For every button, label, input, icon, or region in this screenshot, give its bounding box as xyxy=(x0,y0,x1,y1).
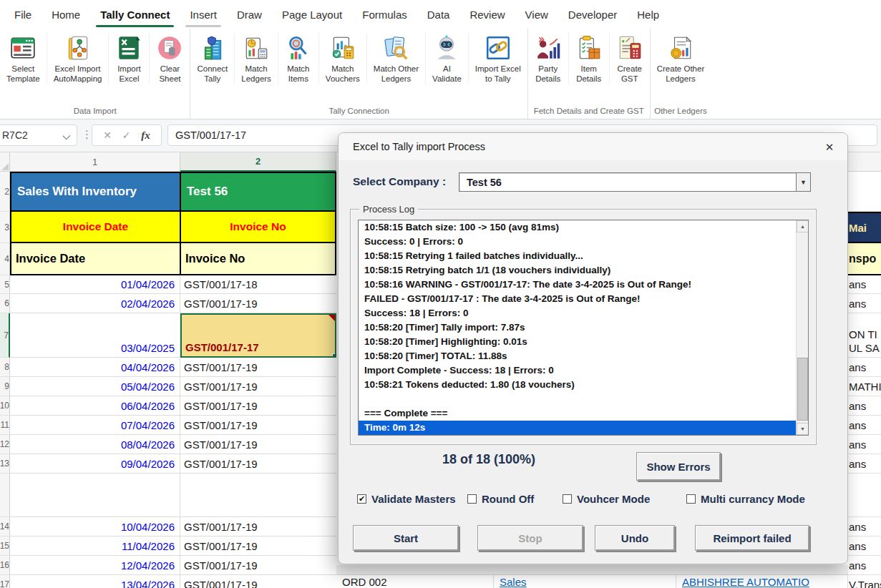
cell-partial[interactable]: ans xyxy=(848,517,881,536)
undo-button[interactable]: Undo xyxy=(595,525,675,551)
create-other-ledgers-button[interactable]: Create OtherLedgers xyxy=(651,33,711,84)
column-header-2[interactable]: 2 xyxy=(180,152,336,172)
validate-masters-checkbox[interactable]: ✔ Validate Masters xyxy=(357,493,456,505)
fill-handle[interactable] xyxy=(332,353,336,358)
reimport-failed-button[interactable]: Reimport failed xyxy=(695,525,809,551)
column-header-1[interactable]: 1 xyxy=(10,152,180,172)
invoice-cell[interactable]: GST/001/17-19 xyxy=(180,575,336,588)
invoice-cell[interactable]: GST/001/17-19 xyxy=(180,556,336,575)
start-button[interactable]: Start xyxy=(353,525,459,551)
tab-insert[interactable]: Insert xyxy=(180,0,227,29)
log-line[interactable]: 10:58:15 Retrying 1 failed batches indiv… xyxy=(359,249,796,263)
row-header[interactable]: 7 xyxy=(0,313,10,358)
date-cell[interactable]: 02/04/2026 xyxy=(10,294,180,313)
row-header[interactable]: 14 xyxy=(0,517,10,536)
log-line[interactable]: Success: 0 | Errors: 0 xyxy=(359,235,796,249)
dropdown-arrow-icon[interactable]: ▼ xyxy=(796,173,810,191)
scrollbar-thumb[interactable] xyxy=(797,358,808,421)
company-combobox[interactable]: Test 56 ▼ xyxy=(459,172,811,192)
voucher-type-cell[interactable]: Sales xyxy=(494,575,676,588)
header-cell-partial[interactable]: Mai xyxy=(848,212,881,243)
order-no-cell[interactable]: ORD 002 xyxy=(336,575,494,588)
cancel-icon[interactable]: ✕ xyxy=(103,129,112,141)
log-scrollbar[interactable]: ▲ ▼ xyxy=(796,220,808,435)
invoice-cell[interactable]: GST/001/17-19 xyxy=(180,517,336,536)
tab-view[interactable]: View xyxy=(515,0,558,29)
tab-page-layout[interactable]: Page Layout xyxy=(272,0,352,29)
column-header-partial[interactable] xyxy=(848,152,881,172)
party-details-button[interactable]: PartyDetails xyxy=(528,33,569,84)
ai-validate-button[interactable]: AIValidate xyxy=(426,33,469,84)
header-cell[interactable]: Invoice Date xyxy=(10,243,180,275)
cell-partial[interactable]: ans xyxy=(848,536,881,556)
invoice-cell[interactable]: GST/001/17-19 xyxy=(180,358,336,377)
row-header[interactable]: 16 xyxy=(0,556,10,575)
clear-sheet-button[interactable]: ClearSheet xyxy=(150,33,190,84)
match-vouchers-button[interactable]: MatchVouchers xyxy=(319,33,367,84)
row-header[interactable]: 3 xyxy=(0,212,10,243)
row-header[interactable]: 4 xyxy=(0,243,10,275)
select-all-corner[interactable] xyxy=(0,152,10,172)
item-details-button[interactable]: ItemDetails xyxy=(569,33,610,84)
log-line[interactable]: 10:58:15 Batch size: 100 -> 150 (avg 81m… xyxy=(359,220,796,235)
row-header[interactable]: 17 xyxy=(0,575,10,588)
invoice-cell[interactable]: GST/001/17-19 xyxy=(180,536,336,556)
cell-partial[interactable]: ans xyxy=(848,454,881,474)
cell-partial[interactable]: ans xyxy=(848,556,881,575)
cell-partial[interactable]: MATHI xyxy=(848,377,881,396)
date-cell[interactable]: 01/04/2026 xyxy=(10,275,180,294)
import-excel-to-tally-button[interactable]: Import Excelto Tally xyxy=(469,33,527,84)
row-header[interactable]: 13 xyxy=(0,454,10,474)
cell-partial[interactable]: ans xyxy=(848,435,881,454)
log-line[interactable]: 10:58:16 WARNING - GST/001/17-17: The da… xyxy=(359,278,796,292)
checkbox-checked-icon[interactable]: ✔ xyxy=(357,494,366,504)
log-line[interactable]: FAILED - GST/001/17-17 : The date 3-4-20… xyxy=(359,292,796,306)
select-template-button[interactable]: SelectTemplate xyxy=(0,33,47,84)
cell-partial[interactable] xyxy=(848,474,881,517)
date-cell[interactable]: 08/04/2026 xyxy=(10,435,180,454)
log-line[interactable]: Import Complete - Success: 18 | Errors: … xyxy=(359,363,796,378)
date-cell[interactable]: 03/04/2025 xyxy=(10,313,180,358)
name-box-chevron-icon[interactable] xyxy=(63,132,71,140)
name-box[interactable]: R7C2 xyxy=(0,124,77,146)
cell-partial[interactable]: ans xyxy=(848,294,881,313)
date-cell[interactable]: 05/04/2026 xyxy=(10,377,180,396)
import-excel-button[interactable]: ImportExcel xyxy=(109,33,150,84)
cell-partial[interactable]: ON TI UL SA xyxy=(848,313,881,358)
cell-partial[interactable]: ans xyxy=(848,416,881,435)
row-header[interactable]: 10 xyxy=(0,396,10,416)
row-header[interactable]: 6 xyxy=(0,294,10,313)
log-line-selected[interactable]: Time: 0m 12s xyxy=(359,421,796,435)
empty-cell[interactable] xyxy=(10,474,180,517)
insert-function-icon[interactable]: fx xyxy=(141,129,150,142)
excel-import-automapping-button[interactable]: Excel ImportAutoMapping xyxy=(47,33,109,84)
close-icon[interactable]: ✕ xyxy=(822,139,837,155)
cell-partial[interactable]: ans xyxy=(848,275,881,294)
active-cell[interactable]: GST/001/17-17 xyxy=(180,313,336,358)
match-items-button[interactable]: MatchItems xyxy=(278,33,319,84)
date-cell[interactable]: 09/04/2026 xyxy=(10,454,180,474)
invoice-cell[interactable]: GST/001/17-19 xyxy=(180,416,336,435)
empty-cell[interactable] xyxy=(180,474,336,517)
date-cell[interactable]: 10/04/2026 xyxy=(10,517,180,536)
log-line[interactable]: Success: 18 | Errors: 0 xyxy=(359,306,796,320)
date-cell[interactable]: 12/04/2026 xyxy=(10,556,180,575)
cell-partial[interactable]: ans xyxy=(848,358,881,377)
tab-review[interactable]: Review xyxy=(459,0,515,29)
log-line[interactable] xyxy=(359,392,796,406)
invoice-cell[interactable]: GST/001/17-19 xyxy=(180,435,336,454)
invoice-cell[interactable]: GST/001/17-19 xyxy=(180,454,336,474)
match-ledgers-button[interactable]: MatchLedgers xyxy=(235,33,278,84)
stop-button[interactable]: Stop xyxy=(477,525,583,551)
row-header[interactable]: 9 xyxy=(0,377,10,396)
log-line[interactable]: 10:58:15 Retrying batch 1/1 (18 vouchers… xyxy=(359,263,796,278)
invoice-cell[interactable]: GST/001/17-19 xyxy=(180,294,336,313)
log-line[interactable]: 10:58:20 [Timer] TOTAL: 11.88s xyxy=(359,349,796,363)
row-header[interactable]: 11 xyxy=(0,416,10,435)
log-line[interactable]: 10:58:21 Tokens deducted: 1.80 (18 vouch… xyxy=(359,378,796,392)
cell-partial[interactable]: V.Trans xyxy=(848,575,881,588)
tab-developer[interactable]: Developer xyxy=(558,0,627,29)
date-cell[interactable]: 11/04/2026 xyxy=(10,536,180,556)
checkbox-unchecked-icon[interactable] xyxy=(467,494,477,504)
cell-partial[interactable] xyxy=(848,172,881,212)
